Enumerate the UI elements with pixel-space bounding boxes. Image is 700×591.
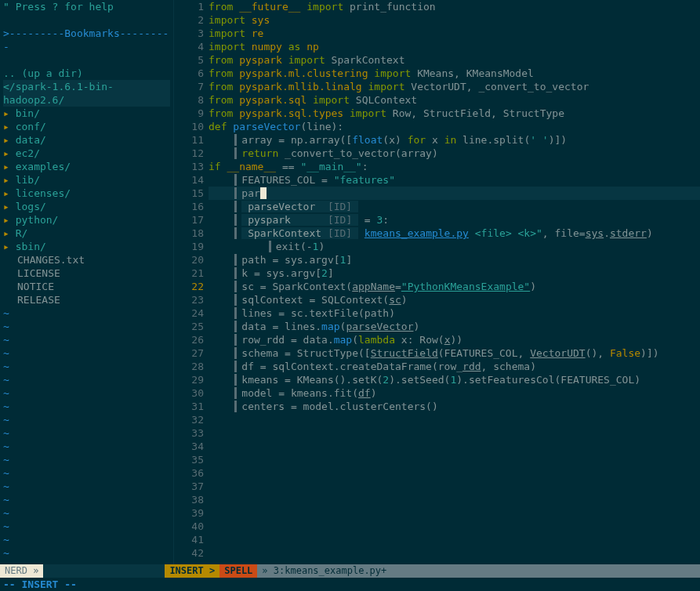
code-line[interactable]: def parseVector(line):: [209, 120, 700, 133]
code-line[interactable]: from pyspark import SparkContext: [209, 53, 700, 67]
code-line[interactable]: from __future__ import print_function: [209, 0, 700, 13]
file-tree-sidebar: " Press ? for help >---------Bookmarks--…: [0, 0, 174, 564]
code-line[interactable]: array = np.array([float(x) for x in line…: [209, 133, 700, 147]
completion-item[interactable]: pyspark [ID]: [241, 214, 358, 226]
code-line[interactable]: exit(-1): [209, 240, 700, 253]
bookmarks-header: >---------Bookmarks---------: [3, 27, 170, 53]
code-line[interactable]: sqlContext = SQLContext(sc): [209, 293, 700, 306]
code-line[interactable]: row_rdd = data.map(lambda x: Row(x)): [209, 333, 700, 346]
tree-file[interactable]: NOTICE: [3, 280, 170, 293]
code-line[interactable]: FEATURES_COL = "features": [209, 173, 700, 187]
code-line[interactable]: from pyspark.sql.types import Row, Struc…: [209, 107, 700, 120]
status-mode-insert: INSERT >: [165, 564, 219, 578]
tree-dir[interactable]: ▸ data/: [3, 133, 170, 147]
tree-dir[interactable]: ▸ bin/: [3, 107, 170, 120]
code-area[interactable]: from __future__ import print_functionimp…: [209, 0, 700, 564]
code-line[interactable]: k = sys.argv[2]: [209, 266, 700, 280]
tree-dir[interactable]: ▸ conf/: [3, 120, 170, 133]
tree-file[interactable]: RELEASE: [3, 293, 170, 306]
tree-file[interactable]: LICENSE: [3, 266, 170, 280]
code-line[interactable]: from pyspark.mllib.linalg import VectorU…: [209, 80, 700, 93]
code-line[interactable]: par: [209, 187, 700, 200]
status-nerdtree: NERD »: [0, 564, 43, 578]
tree-dir[interactable]: ▸ examples/: [3, 160, 170, 173]
tree-current-dir[interactable]: </spark-1.6.1-bin-hadoop2.6/: [3, 80, 170, 107]
code-line[interactable]: import numpy as np: [209, 40, 700, 53]
code-line[interactable]: return _convert_to_vector(array): [209, 147, 700, 160]
tree-file[interactable]: CHANGES.txt: [3, 253, 170, 266]
code-line[interactable]: sc = SparkContext(appName="PythonKMeansE…: [209, 280, 700, 293]
tree-dir[interactable]: ▸ R/: [3, 227, 170, 240]
code-line[interactable]: import sys: [209, 13, 700, 27]
help-line: " Press ? for help: [3, 0, 170, 13]
status-filename: » 3:kmeans_example.py+: [257, 564, 700, 578]
code-line[interactable]: data = lines.map(parseVector): [209, 320, 700, 333]
code-line[interactable]: lines = sc.textFile(path): [209, 306, 700, 320]
status-mode-spell: SPELL: [219, 564, 257, 578]
tree-dir[interactable]: ▸ logs/: [3, 200, 170, 213]
tree-dir[interactable]: ▸ ec2/: [3, 147, 170, 160]
code-line[interactable]: from pyspark.sql import SQLContext: [209, 93, 700, 107]
tree-up-dir[interactable]: .. (up a dir): [3, 67, 170, 80]
code-line[interactable]: if __name__ == "__main__":: [209, 160, 700, 173]
code-line[interactable]: schema = StructType([StructField(FEATURE…: [209, 346, 700, 360]
tree-dir[interactable]: ▸ licenses/: [3, 187, 170, 200]
code-line[interactable]: centers = model.clusterCenters(): [209, 400, 700, 413]
completion-item[interactable]: parseVector [ID]: [241, 201, 358, 212]
editor-pane[interactable]: 1234567891011121314151617181920212223242…: [174, 0, 700, 564]
code-line[interactable]: df = sqlContext.createDataFrame(row_rdd,…: [209, 360, 700, 373]
line-number-gutter: 1234567891011121314151617181920212223242…: [183, 0, 209, 564]
code-line[interactable]: import re: [209, 27, 700, 40]
status-bar: NERD » INSERT > SPELL » 3:kmeans_example…: [0, 564, 700, 578]
code-line[interactable]: path = sys.argv[1]: [209, 253, 700, 266]
tree-dir[interactable]: ▸ sbin/: [3, 240, 170, 253]
command-line: -- INSERT --: [0, 578, 700, 591]
code-line[interactable]: kmeans = KMeans().setK(2).setSeed(1).set…: [209, 373, 700, 386]
code-line[interactable]: model = kmeans.fit(df): [209, 386, 700, 400]
tree-dir[interactable]: ▸ lib/: [3, 173, 170, 187]
completion-item[interactable]: SparkContext [ID]: [241, 227, 358, 239]
tree-dir[interactable]: ▸ python/: [3, 213, 170, 227]
code-line[interactable]: from pyspark.ml.clustering import KMeans…: [209, 67, 700, 80]
